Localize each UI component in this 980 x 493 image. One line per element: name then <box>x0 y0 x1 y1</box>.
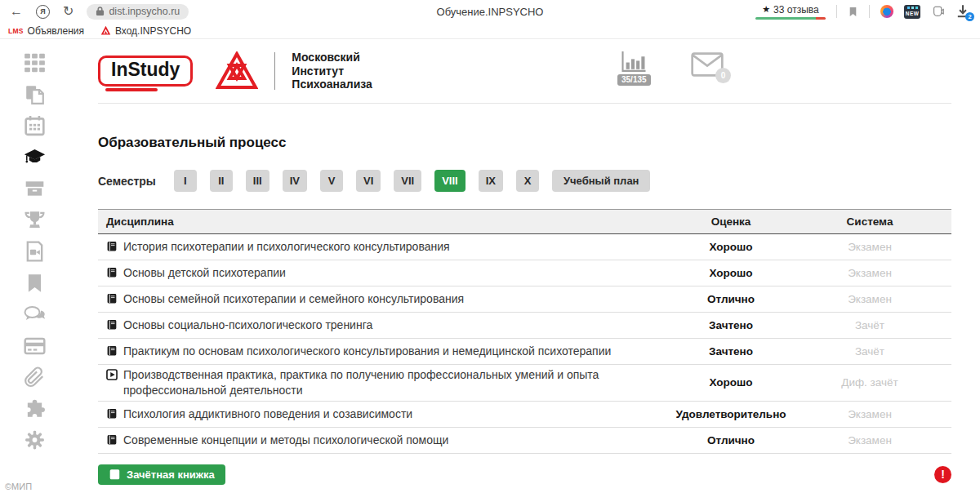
discipline-cell[interactable]: Основы семейной психотерапии и семейного… <box>98 291 674 307</box>
book-icon <box>106 345 118 357</box>
bar-chart-icon <box>621 51 647 73</box>
semester-row: Семестры IIIIIIIVVVIVIIVIIIIXX Учебный п… <box>98 170 951 192</box>
institute-name-line: Московский <box>292 51 372 64</box>
refresh-button[interactable]: ↻ <box>63 5 74 18</box>
discipline-cell[interactable]: Основы детской психотерапии <box>98 265 674 281</box>
discipline-cell[interactable]: Производственная практика, практика по п… <box>98 367 674 398</box>
semester-button-IV[interactable]: IV <box>283 170 307 192</box>
system-cell: Экзамен <box>788 408 951 420</box>
column-grade: Оценка <box>674 215 788 228</box>
table-row: Основы семейной психотерапии и семейного… <box>98 286 951 313</box>
institute-logo-icon[interactable] <box>216 51 258 91</box>
main-area: InStudy Московский Институт Психоанализа… <box>69 39 980 493</box>
semesters-label: Семестры <box>98 175 156 188</box>
table-row: Основы детской психотерапииХорошоЭкзамен <box>98 260 951 286</box>
grade-cell: Хорошо <box>674 267 788 279</box>
semester-button-II[interactable]: II <box>210 170 233 192</box>
address-bar[interactable]: dist.inpsycho.ru <box>87 4 189 20</box>
discipline-cell[interactable]: Основы социально-психологического тренин… <box>98 318 674 333</box>
sidebar-item-calendar[interactable] <box>24 115 46 136</box>
gear-icon <box>24 429 46 451</box>
downloads-badge: 2 <box>965 12 974 21</box>
documents-icon <box>24 84 46 105</box>
book-icon <box>106 267 118 278</box>
bookmarks-bar: LMS Объявления Вход.INPSYCHO <box>0 23 980 39</box>
discipline-cell[interactable]: История психотерапии и психологического … <box>98 239 674 255</box>
grade-cell: Хорошо <box>674 376 788 389</box>
sidebar-item-messages[interactable] <box>24 304 46 325</box>
table-row: Основы социально-психологического тренин… <box>98 313 951 339</box>
sidebar-item-settings[interactable] <box>24 429 46 451</box>
browser-extension-icon[interactable] <box>880 5 893 18</box>
instudy-logo[interactable]: InStudy <box>98 56 193 87</box>
discipline-title: Основы социально-психологического тренин… <box>123 318 372 333</box>
divider <box>836 5 837 18</box>
discipline-cell[interactable]: Практикум по основам психологического ко… <box>98 344 674 359</box>
sidebar-item-video-materials[interactable] <box>24 241 46 262</box>
sidebar-item-attachments[interactable] <box>24 366 46 388</box>
bookmark-item-login[interactable]: Вход.INPSYCHO <box>100 25 191 37</box>
column-discipline: Дисциплина <box>98 215 674 228</box>
bookmark-label: Объявления <box>28 25 84 37</box>
bookmark-item-announcements[interactable]: LMS Объявления <box>8 25 84 37</box>
system-cell: Экзамен <box>788 293 951 305</box>
lms-favicon: LMS <box>8 27 24 35</box>
semester-button-III[interactable]: III <box>246 170 270 192</box>
paperclip-icon <box>24 366 46 388</box>
semester-button-VII[interactable]: VII <box>394 170 421 192</box>
semester-button-I[interactable]: I <box>174 170 197 192</box>
institute-name-line: Психоанализа <box>292 78 372 91</box>
system-cell: Диф. зачёт <box>788 376 951 389</box>
mail-badge: 0 <box>715 68 731 83</box>
divider <box>869 5 870 18</box>
system-cell: Зачёт <box>788 345 951 358</box>
system-cell: Экзамен <box>788 267 951 279</box>
sidebar-item-archive[interactable] <box>24 178 46 199</box>
new-year-extension-icon[interactable]: NEW <box>904 5 920 19</box>
sidebar-item-documents[interactable] <box>24 84 46 105</box>
table-row: Психология аддиктивного поведения и соза… <box>98 402 951 428</box>
mail-widget[interactable]: 0 <box>691 52 724 77</box>
discipline-title: Производственная практика, практика по п… <box>123 367 674 398</box>
grade-cell: Зачтено <box>674 345 788 358</box>
app-window: ©МИП InStudy Московский Институт Психоан… <box>0 39 980 493</box>
page-title: Обучение.INPSYCHO <box>437 6 544 18</box>
book-icon <box>106 408 118 420</box>
browser-logo-icon[interactable]: Я <box>36 5 50 19</box>
gradebook-button-label: Зачётная книжка <box>127 469 215 481</box>
progress-widget[interactable]: 35/135 <box>617 51 651 86</box>
back-button[interactable]: ← <box>10 5 23 18</box>
discipline-cell[interactable]: Психология аддиктивного поведения и соза… <box>98 406 674 422</box>
table-body: История психотерапии и психологического … <box>98 234 951 454</box>
discipline-cell[interactable]: Современные концепции и методы психологи… <box>98 433 674 448</box>
url-text: dist.inpsycho.ru <box>109 6 180 17</box>
grade-cell: Зачтено <box>674 319 788 331</box>
curriculum-plan-button[interactable]: Учебный план <box>552 170 650 192</box>
reviews-widget[interactable]: ★ 33 отзыва <box>755 4 826 20</box>
trophy-icon <box>24 210 46 231</box>
collections-icon[interactable] <box>931 5 945 19</box>
sidebar-item-apps[interactable] <box>24 52 46 73</box>
sidebar-item-payments[interactable] <box>24 335 46 357</box>
video-file-icon <box>24 241 46 262</box>
semester-button-V[interactable]: V <box>320 170 343 192</box>
downloads-button[interactable]: 2 <box>956 4 970 19</box>
table-row: Современные концепции и методы психологи… <box>98 428 951 454</box>
sidebar-item-bookmarks[interactable] <box>24 273 46 294</box>
sidebar-item-achievements[interactable] <box>24 210 46 231</box>
semester-button-VIII[interactable]: VIII <box>434 170 466 192</box>
sidebar-item-extensions[interactable] <box>24 398 46 420</box>
semester-button-VI[interactable]: VI <box>356 170 381 192</box>
gradebook-button[interactable]: Зачётная книжка <box>98 464 225 485</box>
copyright-label: ©МИП <box>5 482 32 491</box>
bookmark-flag-icon[interactable] <box>848 6 858 18</box>
sidebar-item-education[interactable] <box>24 147 46 168</box>
alert-icon[interactable]: ! <box>934 466 951 483</box>
graduation-cap-icon <box>24 147 46 168</box>
institute-name-line: Институт <box>292 64 372 78</box>
grade-cell: Отлично <box>674 293 788 305</box>
system-cell: Экзамен <box>788 241 951 253</box>
semester-button-IX[interactable]: IX <box>479 170 503 192</box>
semester-button-X[interactable]: X <box>516 170 539 192</box>
discipline-title: История психотерапии и психологического … <box>123 239 450 255</box>
